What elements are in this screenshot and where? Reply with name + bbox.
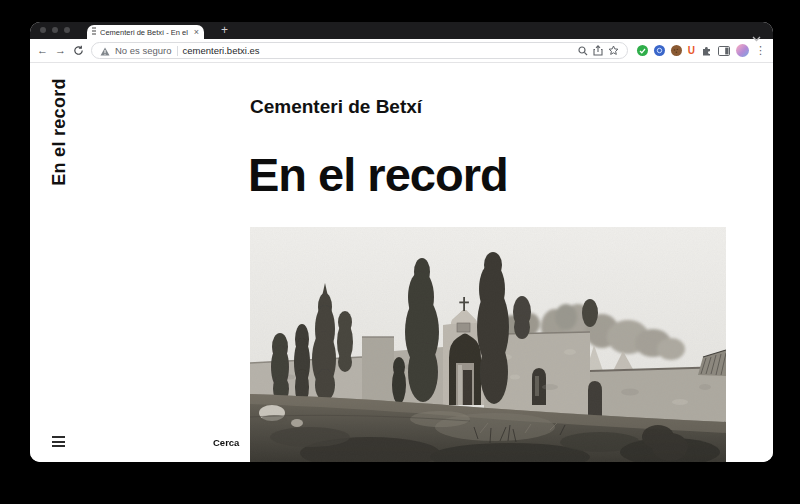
new-tab-button[interactable]: + [221,23,228,38]
webpage-content: En el record Cementeri de Betxí En el re… [30,63,773,462]
security-status-text: No es seguro [115,45,172,56]
site-title[interactable]: Cementeri de Betxí [250,96,422,118]
bookmark-star-icon[interactable] [608,42,619,60]
forward-button[interactable]: → [55,45,66,56]
close-window-button[interactable] [40,27,46,33]
browser-menu-icon[interactable]: ⋮ [755,45,766,56]
hamburger-menu-button[interactable] [52,436,65,447]
search-link[interactable]: Cerca [213,437,239,448]
address-bar[interactable]: No es seguro cementeri.betxi.es [91,42,628,59]
profile-avatar[interactable] [736,44,749,57]
hamburger-icon [52,436,65,438]
reload-button[interactable] [73,42,84,60]
extension-cookie-icon[interactable] [671,45,682,56]
vertical-site-logo[interactable]: En el record [49,78,70,186]
window-controls [40,27,70,33]
extension-green-icon[interactable] [637,45,648,56]
share-icon[interactable] [593,42,603,60]
desktop-background: Cementeri de Betxí - En el reco × + ← → … [0,0,800,504]
minimize-window-button[interactable] [52,27,58,33]
zoom-window-button[interactable] [64,27,70,33]
extension-ublock-icon[interactable]: U [688,45,695,56]
tab-title: Cementeri de Betxí - En el reco [100,28,190,37]
browser-tab[interactable]: Cementeri de Betxí - En el reco × [87,25,204,39]
tab-close-icon[interactable]: × [194,28,199,37]
cemetery-photo [250,227,726,462]
address-divider [177,46,178,56]
chevron-down-icon[interactable] [752,28,761,46]
extension-blue-icon[interactable] [654,45,665,56]
page-title: En el record [248,149,508,201]
browser-toolbar: ← → No es seguro cementeri.betxi.es [30,39,773,63]
search-icon[interactable] [578,42,588,60]
security-warning-icon[interactable] [100,42,110,60]
site-favicon-icon [92,27,96,37]
extensions-puzzle-icon[interactable] [701,42,712,60]
url-text[interactable]: cementeri.betxi.es [183,45,260,56]
browser-window: Cementeri de Betxí - En el reco × + ← → … [30,22,773,462]
back-button[interactable]: ← [37,45,48,56]
side-panel-icon[interactable] [718,42,730,60]
extensions-area: U ⋮ [637,42,766,60]
tab-strip: Cementeri de Betxí - En el reco × + [30,22,773,39]
